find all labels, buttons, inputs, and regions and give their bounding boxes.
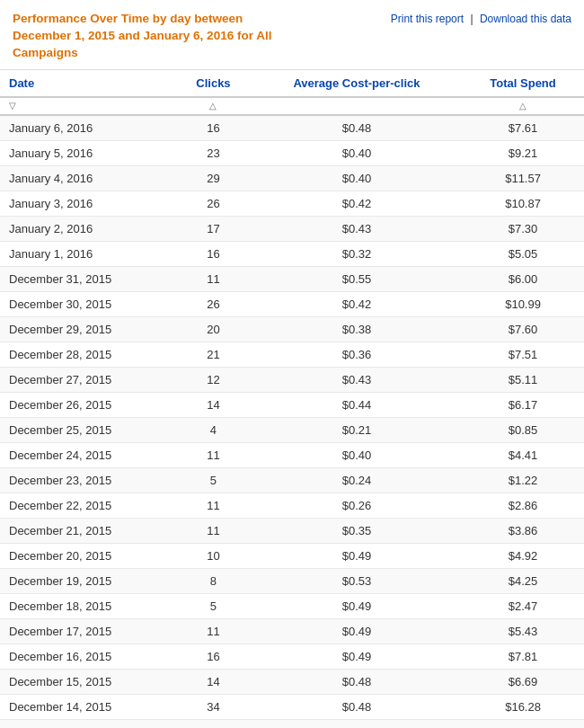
cell-clicks: 5 <box>175 593 252 618</box>
cell-date: December 20, 2015 <box>0 543 175 568</box>
cell-avg-cpc: $0.48 <box>252 694 462 719</box>
cell-clicks: 5 <box>175 467 252 493</box>
sort-indicator-row <box>0 97 584 115</box>
cell-avg-cpc: $0.43 <box>252 367 462 392</box>
cell-avg-cpc: $0.48 <box>252 669 462 694</box>
cell-date: December 17, 2015 <box>0 618 175 644</box>
cell-avg-cpc: $0.48 <box>252 115 462 141</box>
col-avg-cpc: Average Cost-per-click <box>252 69 462 97</box>
cell-date: December 31, 2015 <box>0 266 175 291</box>
table-row: January 6, 201616$0.48$7.61 <box>0 115 584 141</box>
cell-avg-cpc: $0.47 <box>252 719 462 728</box>
cell-date: January 3, 2016 <box>0 191 175 216</box>
table-body: January 6, 201616$0.48$7.61January 5, 20… <box>0 115 584 728</box>
cell-total-spend: $0.85 <box>462 417 584 442</box>
cell-clicks: 11 <box>175 493 252 518</box>
cell-total-spend: $10.87 <box>462 191 584 216</box>
cell-avg-cpc: $0.49 <box>252 543 462 568</box>
cell-total-spend: $7.61 <box>462 115 584 141</box>
cell-total-spend: $1.22 <box>462 467 584 493</box>
col-total-spend[interactable]: Total Spend <box>462 69 584 97</box>
cell-date: December 15, 2015 <box>0 669 175 694</box>
cell-clicks: 20 <box>175 316 252 342</box>
cell-avg-cpc: $0.43 <box>252 216 462 241</box>
sort-arrow-clicks <box>175 97 252 115</box>
cell-date: December 28, 2015 <box>0 342 175 367</box>
cell-date: December 21, 2015 <box>0 518 175 543</box>
cell-clicks: 12 <box>175 367 252 392</box>
cell-total-spend: $6.17 <box>462 392 584 417</box>
cell-avg-cpc: $0.42 <box>252 191 462 216</box>
cell-date: December 16, 2015 <box>0 644 175 669</box>
cell-avg-cpc: $0.42 <box>252 291 462 316</box>
sort-total-spend-link[interactable]: Total Spend <box>490 76 555 90</box>
sort-arrow-date <box>0 97 175 115</box>
table-row: December 29, 201520$0.38$7.60 <box>0 316 584 342</box>
table-row: December 16, 201516$0.49$7.81 <box>0 644 584 669</box>
cell-date: December 25, 2015 <box>0 417 175 442</box>
table-row: January 5, 201623$0.40$9.21 <box>0 140 584 165</box>
sort-arrow-avg-cpc <box>252 97 462 115</box>
table-row: December 31, 201511$0.55$6.00 <box>0 266 584 291</box>
download-link[interactable]: Download this data <box>480 13 571 25</box>
cell-clicks: 23 <box>175 140 252 165</box>
cell-total-spend: $6.00 <box>462 266 584 291</box>
cell-clicks: 8 <box>175 568 252 593</box>
table-row: December 28, 201521$0.36$7.51 <box>0 342 584 367</box>
print-link[interactable]: Print this report <box>391 13 464 25</box>
cell-date: December 19, 2015 <box>0 568 175 593</box>
cell-avg-cpc: $0.40 <box>252 165 462 191</box>
cell-clicks: 29 <box>175 165 252 191</box>
cell-total-spend: $4.25 <box>462 568 584 593</box>
cell-clicks: 34 <box>175 694 252 719</box>
clicks-sort-icon <box>209 100 217 111</box>
table-row: January 4, 201629$0.40$11.57 <box>0 165 584 191</box>
table-row: December 30, 201526$0.42$10.99 <box>0 291 584 316</box>
col-date[interactable]: Date <box>0 69 175 97</box>
sort-clicks-link[interactable]: Clicks <box>196 76 230 90</box>
table-row: December 18, 20155$0.49$2.47 <box>0 593 584 618</box>
cell-total-spend: $2.47 <box>462 593 584 618</box>
sort-arrow-total-spend <box>462 97 584 115</box>
cell-avg-cpc: $0.53 <box>252 568 462 593</box>
cell-clicks: 16 <box>175 115 252 141</box>
cell-total-spend: $5.43 <box>462 618 584 644</box>
cell-clicks: 14 <box>175 669 252 694</box>
cell-avg-cpc: $0.24 <box>252 467 462 493</box>
cell-avg-cpc: $0.40 <box>252 442 462 467</box>
cell-clicks: 26 <box>175 291 252 316</box>
table-row: December 15, 201514$0.48$6.69 <box>0 669 584 694</box>
cell-avg-cpc: $0.49 <box>252 644 462 669</box>
top-bar: Performance Over Time by day between Dec… <box>0 0 584 69</box>
cell-total-spend: $3.86 <box>462 518 584 543</box>
table-row: December 22, 201511$0.26$2.86 <box>0 493 584 518</box>
cell-clicks: 14 <box>175 392 252 417</box>
cell-avg-cpc: $0.40 <box>252 140 462 165</box>
cell-date: December 22, 2015 <box>0 493 175 518</box>
cell-clicks: 26 <box>175 191 252 216</box>
cell-total-spend: $5.05 <box>462 241 584 266</box>
top-links: Print this report | Download this data <box>391 11 571 25</box>
data-table: Date Clicks Average Cost-per-click Total… <box>0 69 584 728</box>
cell-clicks: 10 <box>175 543 252 568</box>
cell-total-spend: $2.86 <box>462 493 584 518</box>
cell-avg-cpc: $0.32 <box>252 241 462 266</box>
cell-date: December 13, 2015 <box>0 719 175 728</box>
sort-date-link[interactable]: Date <box>9 76 34 90</box>
table-row: December 21, 201511$0.35$3.86 <box>0 518 584 543</box>
table-row: December 20, 201510$0.49$4.92 <box>0 543 584 568</box>
table-row: January 3, 201626$0.42$10.87 <box>0 191 584 216</box>
cell-total-spend: $11.57 <box>462 165 584 191</box>
total-spend-sort-icon <box>519 100 526 111</box>
cell-date: December 23, 2015 <box>0 467 175 493</box>
cell-total-spend: $7.81 <box>462 644 584 669</box>
cell-clicks: 16 <box>175 644 252 669</box>
cell-total-spend: $7.51 <box>462 342 584 367</box>
col-clicks[interactable]: Clicks <box>175 69 252 97</box>
cell-clicks: 11 <box>175 618 252 644</box>
cell-total-spend: $6.69 <box>462 669 584 694</box>
cell-avg-cpc: $0.36 <box>252 342 462 367</box>
table-row: December 25, 20154$0.21$0.85 <box>0 417 584 442</box>
avg-cpc-label: Average Cost-per-click <box>293 76 420 90</box>
table-row: December 19, 20158$0.53$4.25 <box>0 568 584 593</box>
